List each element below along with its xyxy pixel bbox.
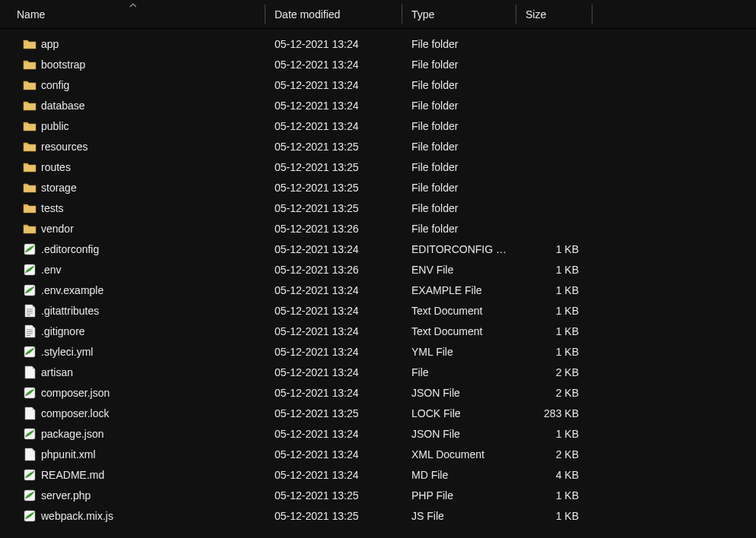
file-date-cell: 05-12-2021 13:24 [265,325,402,337]
file-row[interactable]: .gitattributes05-12-2021 13:24Text Docum… [0,300,756,321]
file-row[interactable]: vendor05-12-2021 13:26File folder [0,218,756,239]
file-type-cell: File folder [402,120,516,132]
file-size-cell: 1 KB [516,305,592,317]
folder-icon [23,78,37,92]
file-type-cell: JSON File [402,428,516,440]
file-name-cell: .gitattributes [0,304,265,318]
file-name-cell: config [0,78,265,92]
file-name-label: webpack.mix.js [41,510,113,522]
file-date-cell: 05-12-2021 13:24 [265,38,402,50]
file-name-cell: vendor [0,222,265,236]
file-name-label: composer.json [41,387,110,399]
file-row[interactable]: .env.example05-12-2021 13:24EXAMPLE File… [0,280,756,300]
file-row[interactable]: resources05-12-2021 13:25File folder [0,136,756,157]
file-row[interactable]: composer.lock05-12-2021 13:25LOCK File28… [0,403,756,423]
file-row[interactable]: artisan05-12-2021 13:24File2 KB [0,362,756,382]
file-type-cell: PHP File [402,489,516,502]
np-green-icon [23,468,37,482]
text-file-icon [23,324,37,338]
file-row[interactable]: config05-12-2021 13:24File folder [0,74,756,95]
blank-file-icon [23,366,37,379]
column-header-type[interactable]: Type [402,0,516,28]
file-row[interactable]: app05-12-2021 13:24File folder [0,33,756,54]
file-name-label: .gitattributes [41,305,99,317]
file-name-label: database [41,100,85,112]
file-size-cell: 1 KB [516,243,592,255]
file-type-cell: Text Document [402,325,516,337]
file-name-cell: routes [0,160,265,174]
column-header-date-label: Date modified [275,8,340,21]
file-row[interactable]: composer.json05-12-2021 13:24JSON File2 … [0,382,756,403]
file-row[interactable]: tests05-12-2021 13:25File folder [0,198,756,218]
file-type-cell: File folder [402,223,516,235]
file-date-cell: 05-12-2021 13:24 [265,469,402,481]
file-size-cell: 4 KB [516,469,592,481]
np-green-icon [23,509,37,523]
file-row[interactable]: bootstrap05-12-2021 13:24File folder [0,54,756,74]
file-name-cell: package.json [0,427,265,441]
file-type-cell: ENV File [402,264,516,276]
folder-icon [23,37,37,51]
file-row[interactable]: webpack.mix.js05-12-2021 13:25JS File1 K… [0,505,756,526]
file-row[interactable]: public05-12-2021 13:24File folder [0,116,756,136]
file-type-cell: LOCK File [402,407,516,419]
file-date-cell: 05-12-2021 13:25 [265,407,402,419]
file-date-cell: 05-12-2021 13:24 [265,305,402,317]
file-row[interactable]: storage05-12-2021 13:25File folder [0,177,756,198]
file-name-label: storage [41,182,77,194]
file-type-cell: File folder [402,59,516,71]
file-date-cell: 05-12-2021 13:24 [265,428,402,440]
file-date-cell: 05-12-2021 13:25 [265,161,402,173]
file-name-cell: phpunit.xml [0,448,265,461]
file-row[interactable]: .env05-12-2021 13:26ENV File1 KB [0,259,756,280]
file-name-cell: webpack.mix.js [0,509,265,523]
text-file-icon [23,304,37,318]
file-size-cell: 1 KB [516,325,592,337]
file-name-label: config [41,79,69,91]
folder-icon [23,201,37,215]
np-green-icon [23,263,37,277]
np-green-icon [23,489,37,502]
np-green-icon [23,283,37,297]
file-row[interactable]: database05-12-2021 13:24File folder [0,95,756,116]
file-type-cell: File folder [402,161,516,173]
file-name-cell: app [0,37,265,51]
folder-icon [23,99,37,112]
file-name-cell: resources [0,140,265,153]
file-row[interactable]: README.md05-12-2021 13:24MD File4 KB [0,464,756,485]
file-size-cell: 2 KB [516,448,592,460]
file-row[interactable]: package.json05-12-2021 13:24JSON File1 K… [0,423,756,444]
np-green-icon [23,427,37,441]
file-size-cell: 2 KB [516,387,592,399]
file-row[interactable]: .gitignore05-12-2021 13:24Text Document1… [0,321,756,341]
file-row[interactable]: phpunit.xml05-12-2021 13:24XML Document2… [0,444,756,464]
file-type-cell: File folder [402,38,516,50]
file-type-cell: File folder [402,141,516,153]
file-name-label: bootstrap [41,59,85,71]
column-header-name[interactable]: Name [0,0,265,28]
column-header-size[interactable]: Size [516,0,592,28]
file-date-cell: 05-12-2021 13:24 [265,120,402,132]
file-size-cell: 1 KB [516,284,592,296]
file-size-cell: 2 KB [516,366,592,378]
file-row[interactable]: routes05-12-2021 13:25File folder [0,157,756,177]
file-name-cell: storage [0,181,265,195]
file-name-cell: bootstrap [0,58,265,71]
file-name-label: .env [41,264,61,276]
file-name-cell: README.md [0,468,265,482]
file-type-cell: JS File [402,510,516,522]
file-name-label: resources [41,141,87,153]
folder-icon [23,222,37,236]
file-name-label: .gitignore [41,325,85,337]
file-name-cell: tests [0,201,265,215]
file-name-label: composer.lock [41,407,109,419]
file-row[interactable]: .styleci.yml05-12-2021 13:24YML File1 KB [0,341,756,362]
file-row[interactable]: .editorconfig05-12-2021 13:24EDITORCONFI… [0,239,756,259]
file-date-cell: 05-12-2021 13:24 [265,387,402,399]
file-type-cell: File folder [402,202,516,214]
column-header-date[interactable]: Date modified [265,0,402,28]
file-type-cell: File folder [402,79,516,91]
file-name-cell: artisan [0,366,265,379]
file-type-cell: File folder [402,182,516,194]
file-row[interactable]: server.php05-12-2021 13:25PHP File1 KB [0,485,756,505]
